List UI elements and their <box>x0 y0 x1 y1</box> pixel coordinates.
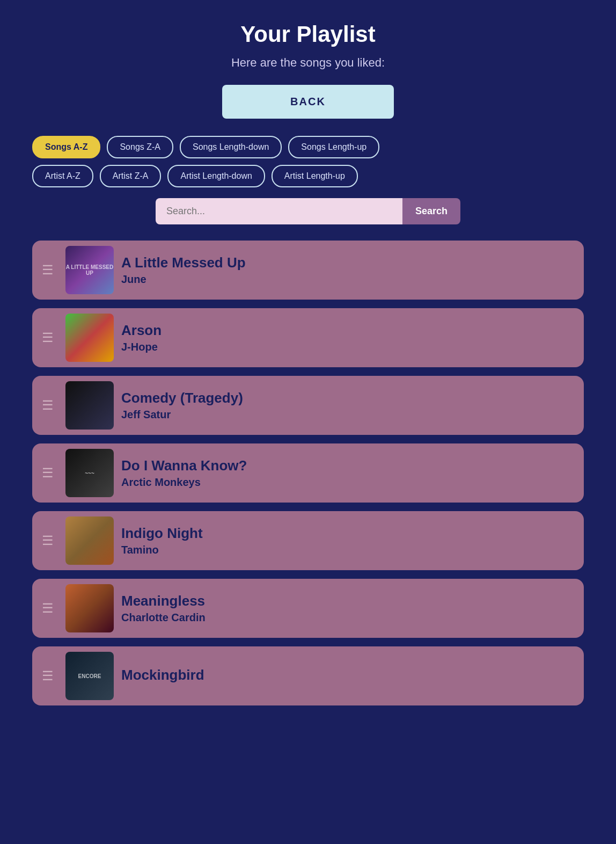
song-title: Do I Wanna Know? <box>121 457 575 474</box>
drag-icon[interactable]: ☰ <box>38 395 58 416</box>
sort-artist-length-up[interactable]: Artist Length-up <box>272 165 358 187</box>
drag-icon[interactable]: ☰ <box>38 665 58 687</box>
album-art <box>65 516 114 565</box>
back-button[interactable]: BACK <box>222 85 394 119</box>
song-title: Comedy (Tragedy) <box>121 390 575 406</box>
art-detail-text <box>65 516 114 565</box>
song-artist: Arctic Monkeys <box>121 476 575 489</box>
playlist-item: ☰ ENCORE Mockingbird <box>32 646 584 705</box>
drag-icon[interactable]: ☰ <box>38 259 58 281</box>
playlist-item: ☰ A LITTLE MESSED UP A Little Messed Up … <box>32 241 584 300</box>
art-detail-text <box>65 584 114 632</box>
song-artist: J-Hope <box>121 341 575 353</box>
song-info: Mockingbird <box>121 667 575 686</box>
playlist-item: ☰ Indigo Night Tamino <box>32 511 584 570</box>
album-art <box>65 381 114 430</box>
playlist-item: ☰ Meaningless Charlotte Cardin <box>32 579 584 638</box>
drag-icon[interactable]: ☰ <box>38 327 58 348</box>
art-detail-text: A LITTLE MESSED UP <box>65 246 114 294</box>
song-artist: Charlotte Cardin <box>121 612 575 624</box>
search-input[interactable] <box>156 198 402 224</box>
sort-songs-length-down[interactable]: Songs Length-down <box>180 136 282 158</box>
search-container: Search <box>21 198 595 224</box>
art-detail-text: ~~~ <box>65 449 114 497</box>
search-button[interactable]: Search <box>402 198 460 224</box>
drag-icon[interactable]: ☰ <box>38 598 58 619</box>
playlist-item: ☰ ~~~ Do I Wanna Know? Arctic Monkeys <box>32 443 584 503</box>
song-artist: Tamino <box>121 544 575 556</box>
album-art: A LITTLE MESSED UP <box>65 246 114 294</box>
song-info: Do I Wanna Know? Arctic Monkeys <box>121 457 575 489</box>
playlist-container: ☰ A LITTLE MESSED UP A Little Messed Up … <box>21 241 595 705</box>
drag-icon[interactable]: ☰ <box>38 462 58 484</box>
sort-songs-za[interactable]: Songs Z-A <box>107 136 173 158</box>
album-art <box>65 314 114 362</box>
song-info: Comedy (Tragedy) Jeff Satur <box>121 390 575 421</box>
drag-icon[interactable]: ☰ <box>38 530 58 551</box>
song-title: Indigo Night <box>121 525 575 542</box>
page-subtitle: Here are the songs you liked: <box>21 56 595 70</box>
song-artist: June <box>121 273 575 286</box>
song-info: Meaningless Charlotte Cardin <box>121 593 575 624</box>
sort-artist-length-down[interactable]: Artist Length-down <box>167 165 265 187</box>
song-artist: Jeff Satur <box>121 409 575 421</box>
sort-songs-length-up[interactable]: Songs Length-up <box>288 136 379 158</box>
page-title: Your Playlist <box>21 21 595 47</box>
song-title: A Little Messed Up <box>121 254 575 271</box>
song-info: Indigo Night Tamino <box>121 525 575 556</box>
sort-songs-az[interactable]: Songs A-Z <box>32 136 100 158</box>
song-title: Arson <box>121 322 575 339</box>
playlist-item: ☰ Comedy (Tragedy) Jeff Satur <box>32 376 584 435</box>
playlist-item: ☰ Arson J-Hope <box>32 308 584 367</box>
art-detail-text <box>65 381 114 430</box>
sort-row-2: Artist A-Z Artist Z-A Artist Length-down… <box>21 165 595 187</box>
art-detail-text <box>65 314 114 362</box>
sort-artist-az[interactable]: Artist A-Z <box>32 165 93 187</box>
song-info: Arson J-Hope <box>121 322 575 353</box>
song-title: Mockingbird <box>121 667 575 683</box>
song-title: Meaningless <box>121 593 575 609</box>
album-art: ENCORE <box>65 652 114 700</box>
album-art: ~~~ <box>65 449 114 497</box>
album-art <box>65 584 114 632</box>
art-detail-text: ENCORE <box>65 652 114 700</box>
sort-artist-za[interactable]: Artist Z-A <box>100 165 162 187</box>
sort-row-1: Songs A-Z Songs Z-A Songs Length-down So… <box>21 136 595 158</box>
song-info: A Little Messed Up June <box>121 254 575 286</box>
